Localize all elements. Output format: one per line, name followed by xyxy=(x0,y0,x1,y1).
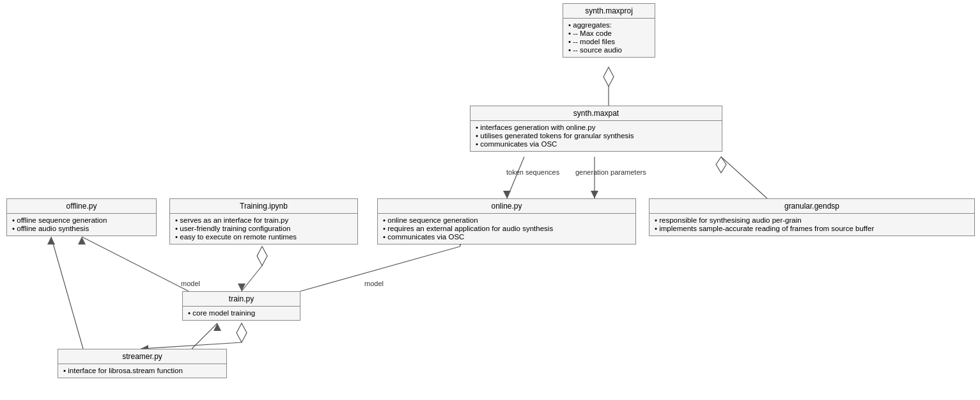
granular-gendsp-body: responsible for synthesising audio per-g… xyxy=(649,214,974,236)
label-model-right: model xyxy=(364,280,384,287)
synth-maxproj-item-3: -- model files xyxy=(568,38,649,45)
online-py-box: online.py online sequence generation req… xyxy=(377,198,636,244)
svg-marker-21 xyxy=(214,323,221,331)
synth-maxpat-box: synth.maxpat interfaces generation with … xyxy=(470,106,722,152)
synth-maxpat-item-2: utilises generated tokens for granular s… xyxy=(476,132,717,140)
label-token-sequences: token sequences xyxy=(506,168,559,176)
granular-gendsp-item-2: implements sample-accurate reading of fr… xyxy=(655,225,969,232)
synth-maxproj-box: synth.maxproj aggregates: -- Max code --… xyxy=(563,3,655,58)
svg-line-18 xyxy=(51,237,83,349)
granular-gendsp-title: granular.gendsp xyxy=(649,199,974,214)
svg-marker-10 xyxy=(238,284,245,291)
granular-gendsp-box: granular.gendsp responsible for synthesi… xyxy=(649,198,975,236)
training-ipynb-item-1: serves as an interface for train.py xyxy=(175,216,352,224)
online-py-item-2: requires an external application for aud… xyxy=(383,225,630,232)
streamer-py-body: interface for librosa.stream function xyxy=(58,364,226,378)
synth-maxproj-item-4: -- source audio xyxy=(568,46,649,54)
diagram-container: synth.maxproj aggregates: -- Max code --… xyxy=(0,0,980,400)
svg-marker-12 xyxy=(78,237,86,244)
online-py-item-3: communicates via OSC xyxy=(383,233,630,241)
synth-maxpat-body: interfaces generation with online.py uti… xyxy=(471,121,722,151)
label-model-left: model xyxy=(181,280,200,287)
svg-line-9 xyxy=(242,266,262,291)
svg-marker-19 xyxy=(47,237,55,244)
train-py-item-1: core model training xyxy=(188,309,295,317)
streamer-py-item-1: interface for librosa.stream function xyxy=(63,367,221,374)
svg-marker-7 xyxy=(716,157,726,173)
training-ipynb-item-3: easy to execute on remote runtimes xyxy=(175,233,352,241)
synth-maxproj-item-2: -- Max code xyxy=(568,29,649,37)
train-py-title: train.py xyxy=(183,292,300,307)
synth-maxproj-title: synth.maxproj xyxy=(563,4,655,19)
svg-line-11 xyxy=(82,237,189,291)
online-py-item-1: online sequence generation xyxy=(383,216,630,224)
synth-maxpat-item-1: interfaces generation with online.py xyxy=(476,124,717,131)
synth-maxproj-body: aggregates: -- Max code -- model files -… xyxy=(563,19,655,57)
svg-line-6 xyxy=(721,157,767,198)
training-ipynb-box: Training.ipynb serves as an interface fo… xyxy=(169,198,358,244)
offline-py-item-1: offline sequence generation xyxy=(12,216,151,224)
svg-line-20 xyxy=(192,323,217,349)
svg-marker-15 xyxy=(237,323,247,342)
svg-marker-5 xyxy=(591,191,598,198)
streamer-py-box: streamer.py interface for librosa.stream… xyxy=(58,349,227,378)
online-py-body: online sequence generation requires an e… xyxy=(378,214,635,244)
label-generation-parameters: generation parameters xyxy=(575,168,646,176)
svg-line-2 xyxy=(507,157,524,198)
svg-marker-1 xyxy=(603,67,614,86)
synth-maxproj-item-1: aggregates: xyxy=(568,21,649,29)
offline-py-title: offline.py xyxy=(7,199,156,214)
online-py-title: online.py xyxy=(378,199,635,214)
training-ipynb-title: Training.ipynb xyxy=(170,199,357,214)
offline-py-item-2: offline audio synthesis xyxy=(12,225,151,232)
synth-maxpat-title: synth.maxpat xyxy=(471,106,722,121)
svg-marker-8 xyxy=(257,246,267,266)
svg-line-16 xyxy=(141,342,242,349)
training-ipynb-item-2: user-friendly training configuration xyxy=(175,225,352,232)
train-py-body: core model training xyxy=(183,307,300,320)
granular-gendsp-item-1: responsible for synthesising audio per-g… xyxy=(655,216,969,224)
train-py-box: train.py core model training xyxy=(182,291,300,321)
svg-marker-3 xyxy=(503,191,511,198)
training-ipynb-body: serves as an interface for train.py user… xyxy=(170,214,357,244)
offline-py-body: offline sequence generation offline audi… xyxy=(7,214,156,236)
synth-maxpat-item-3: communicates via OSC xyxy=(476,140,717,148)
offline-py-box: offline.py offline sequence generation o… xyxy=(6,198,157,236)
streamer-py-title: streamer.py xyxy=(58,349,226,364)
